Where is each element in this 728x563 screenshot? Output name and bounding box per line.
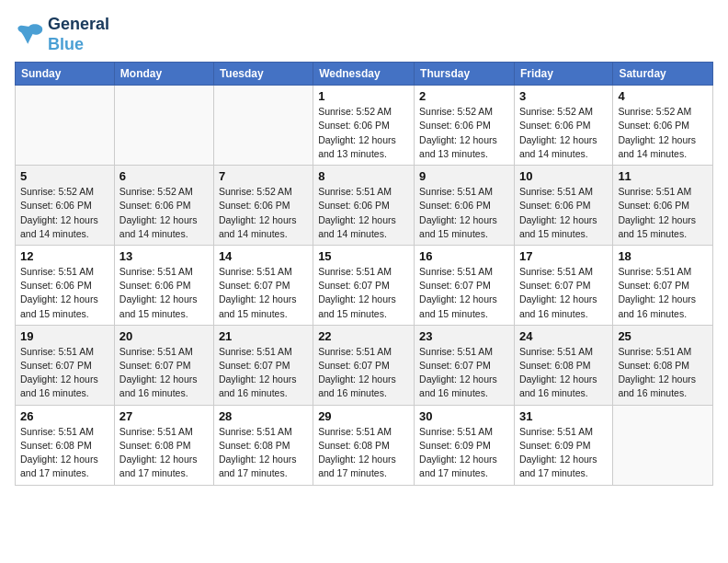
day-number: 30	[419, 409, 509, 423]
day-number: 28	[219, 409, 308, 423]
day-number: 13	[119, 249, 209, 263]
day-number: 31	[519, 409, 608, 423]
calendar-day-cell: 16Sunrise: 5:51 AM Sunset: 6:07 PM Dayli…	[415, 245, 515, 325]
day-info: Sunrise: 5:51 AM Sunset: 6:08 PM Dayligh…	[119, 425, 209, 481]
calendar-day-cell: 6Sunrise: 5:52 AM Sunset: 6:06 PM Daylig…	[114, 166, 213, 246]
calendar-day-cell: 1Sunrise: 5:52 AM Sunset: 6:06 PM Daylig…	[313, 86, 415, 166]
weekday-header-cell: Sunday	[16, 63, 115, 86]
calendar-day-cell	[213, 86, 313, 166]
calendar-day-cell: 25Sunrise: 5:51 AM Sunset: 6:08 PM Dayli…	[613, 325, 713, 405]
calendar-day-cell: 27Sunrise: 5:51 AM Sunset: 6:08 PM Dayli…	[114, 405, 213, 485]
day-info: Sunrise: 5:51 AM Sunset: 6:06 PM Dayligh…	[419, 185, 509, 241]
logo: General Blue	[15, 15, 109, 54]
day-number: 11	[618, 169, 708, 183]
calendar-day-cell: 20Sunrise: 5:51 AM Sunset: 6:07 PM Dayli…	[114, 325, 213, 405]
day-number: 7	[219, 169, 308, 183]
day-info: Sunrise: 5:52 AM Sunset: 6:06 PM Dayligh…	[419, 105, 509, 161]
day-number: 25	[618, 329, 708, 343]
day-info: Sunrise: 5:51 AM Sunset: 6:08 PM Dayligh…	[20, 425, 109, 481]
calendar-day-cell: 5Sunrise: 5:52 AM Sunset: 6:06 PM Daylig…	[16, 166, 115, 246]
day-info: Sunrise: 5:52 AM Sunset: 6:06 PM Dayligh…	[219, 185, 308, 241]
calendar-week-row: 19Sunrise: 5:51 AM Sunset: 6:07 PM Dayli…	[16, 325, 713, 405]
day-number: 23	[419, 329, 509, 343]
day-info: Sunrise: 5:51 AM Sunset: 6:08 PM Dayligh…	[318, 425, 409, 481]
calendar-day-cell: 22Sunrise: 5:51 AM Sunset: 6:07 PM Dayli…	[313, 325, 415, 405]
day-number: 9	[419, 169, 509, 183]
day-number: 24	[519, 329, 608, 343]
calendar-table: SundayMondayTuesdayWednesdayThursdayFrid…	[15, 62, 713, 485]
day-number: 17	[519, 249, 608, 263]
day-info: Sunrise: 5:52 AM Sunset: 6:06 PM Dayligh…	[618, 105, 708, 161]
day-info: Sunrise: 5:51 AM Sunset: 6:07 PM Dayligh…	[219, 265, 308, 321]
day-number: 2	[419, 89, 509, 103]
calendar-day-cell: 17Sunrise: 5:51 AM Sunset: 6:07 PM Dayli…	[514, 245, 612, 325]
calendar-day-cell: 2Sunrise: 5:52 AM Sunset: 6:06 PM Daylig…	[415, 86, 515, 166]
weekday-header-cell: Thursday	[415, 63, 515, 86]
calendar-day-cell: 4Sunrise: 5:52 AM Sunset: 6:06 PM Daylig…	[613, 86, 713, 166]
calendar-day-cell: 23Sunrise: 5:51 AM Sunset: 6:07 PM Dayli…	[415, 325, 515, 405]
calendar-day-cell: 26Sunrise: 5:51 AM Sunset: 6:08 PM Dayli…	[16, 405, 115, 485]
calendar-day-cell: 29Sunrise: 5:51 AM Sunset: 6:08 PM Dayli…	[313, 405, 415, 485]
day-info: Sunrise: 5:51 AM Sunset: 6:07 PM Dayligh…	[519, 265, 608, 321]
day-info: Sunrise: 5:51 AM Sunset: 6:07 PM Dayligh…	[419, 265, 509, 321]
weekday-header-row: SundayMondayTuesdayWednesdayThursdayFrid…	[16, 63, 713, 86]
weekday-header-cell: Monday	[114, 63, 213, 86]
calendar-day-cell: 19Sunrise: 5:51 AM Sunset: 6:07 PM Dayli…	[16, 325, 115, 405]
weekday-header-cell: Tuesday	[213, 63, 313, 86]
calendar-day-cell: 30Sunrise: 5:51 AM Sunset: 6:09 PM Dayli…	[415, 405, 515, 485]
calendar-day-cell	[613, 405, 713, 485]
calendar-day-cell: 9Sunrise: 5:51 AM Sunset: 6:06 PM Daylig…	[415, 166, 515, 246]
day-number: 4	[618, 89, 708, 103]
calendar-day-cell: 11Sunrise: 5:51 AM Sunset: 6:06 PM Dayli…	[613, 166, 713, 246]
day-number: 3	[519, 89, 608, 103]
calendar-day-cell: 7Sunrise: 5:52 AM Sunset: 6:06 PM Daylig…	[213, 166, 313, 246]
day-info: Sunrise: 5:51 AM Sunset: 6:06 PM Dayligh…	[119, 265, 209, 321]
day-number: 27	[119, 409, 209, 423]
day-info: Sunrise: 5:51 AM Sunset: 6:06 PM Dayligh…	[519, 185, 608, 241]
calendar-week-row: 26Sunrise: 5:51 AM Sunset: 6:08 PM Dayli…	[16, 405, 713, 485]
day-info: Sunrise: 5:51 AM Sunset: 6:08 PM Dayligh…	[219, 425, 308, 481]
logo-text: General Blue	[48, 15, 109, 54]
calendar-day-cell: 28Sunrise: 5:51 AM Sunset: 6:08 PM Dayli…	[213, 405, 313, 485]
calendar-day-cell: 31Sunrise: 5:51 AM Sunset: 6:09 PM Dayli…	[514, 405, 612, 485]
day-number: 22	[318, 329, 409, 343]
day-info: Sunrise: 5:51 AM Sunset: 6:07 PM Dayligh…	[419, 345, 509, 401]
day-info: Sunrise: 5:52 AM Sunset: 6:06 PM Dayligh…	[318, 105, 409, 161]
calendar-day-cell: 14Sunrise: 5:51 AM Sunset: 6:07 PM Dayli…	[213, 245, 313, 325]
weekday-header-cell: Wednesday	[313, 63, 415, 86]
calendar-body: 1Sunrise: 5:52 AM Sunset: 6:06 PM Daylig…	[16, 86, 713, 485]
calendar-day-cell: 12Sunrise: 5:51 AM Sunset: 6:06 PM Dayli…	[16, 245, 115, 325]
day-number: 12	[20, 249, 109, 263]
day-info: Sunrise: 5:51 AM Sunset: 6:08 PM Dayligh…	[618, 345, 708, 401]
calendar-day-cell: 18Sunrise: 5:51 AM Sunset: 6:07 PM Dayli…	[613, 245, 713, 325]
day-info: Sunrise: 5:52 AM Sunset: 6:06 PM Dayligh…	[20, 185, 109, 241]
day-number: 26	[20, 409, 109, 423]
day-info: Sunrise: 5:51 AM Sunset: 6:08 PM Dayligh…	[519, 345, 608, 401]
calendar-day-cell: 10Sunrise: 5:51 AM Sunset: 6:06 PM Dayli…	[514, 166, 612, 246]
calendar-day-cell: 15Sunrise: 5:51 AM Sunset: 6:07 PM Dayli…	[313, 245, 415, 325]
day-number: 1	[318, 89, 409, 103]
logo-bird-icon	[15, 22, 44, 48]
day-info: Sunrise: 5:51 AM Sunset: 6:07 PM Dayligh…	[219, 345, 308, 401]
day-number: 10	[519, 169, 608, 183]
calendar-day-cell: 21Sunrise: 5:51 AM Sunset: 6:07 PM Dayli…	[213, 325, 313, 405]
day-number: 18	[618, 249, 708, 263]
day-number: 21	[219, 329, 308, 343]
day-info: Sunrise: 5:52 AM Sunset: 6:06 PM Dayligh…	[519, 105, 608, 161]
day-number: 8	[318, 169, 409, 183]
day-info: Sunrise: 5:51 AM Sunset: 6:06 PM Dayligh…	[618, 185, 708, 241]
day-number: 14	[219, 249, 308, 263]
day-number: 16	[419, 249, 509, 263]
day-info: Sunrise: 5:51 AM Sunset: 6:07 PM Dayligh…	[20, 345, 109, 401]
day-info: Sunrise: 5:52 AM Sunset: 6:06 PM Dayligh…	[119, 185, 209, 241]
day-number: 20	[119, 329, 209, 343]
day-number: 5	[20, 169, 109, 183]
day-info: Sunrise: 5:51 AM Sunset: 6:07 PM Dayligh…	[618, 265, 708, 321]
weekday-header-cell: Friday	[514, 63, 612, 86]
calendar-day-cell	[114, 86, 213, 166]
day-info: Sunrise: 5:51 AM Sunset: 6:06 PM Dayligh…	[20, 265, 109, 321]
day-number: 6	[119, 169, 209, 183]
day-info: Sunrise: 5:51 AM Sunset: 6:07 PM Dayligh…	[318, 345, 409, 401]
calendar-day-cell: 8Sunrise: 5:51 AM Sunset: 6:06 PM Daylig…	[313, 166, 415, 246]
calendar-day-cell: 3Sunrise: 5:52 AM Sunset: 6:06 PM Daylig…	[514, 86, 612, 166]
